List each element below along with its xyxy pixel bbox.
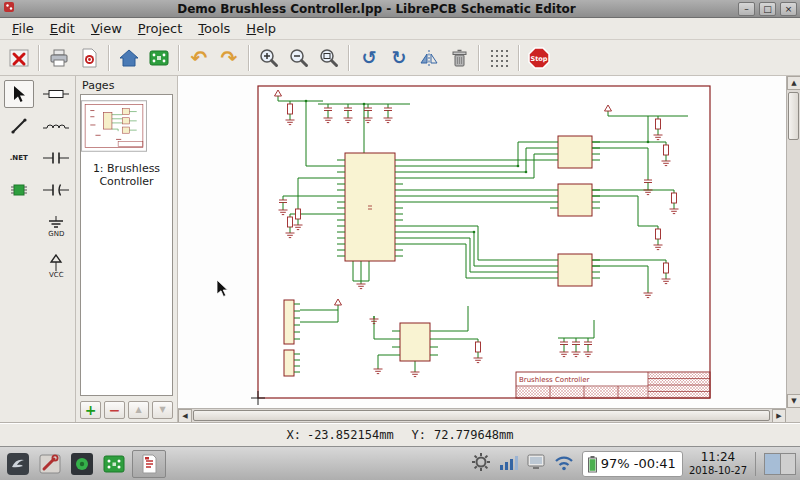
status-bar: X: -23.852154mm Y: 72.779648mm [0, 422, 800, 446]
pages-list[interactable]: 1: Brushless Controller [80, 94, 173, 396]
undo-button[interactable]: ↶ [184, 43, 214, 73]
main-area: .NET GND VCC [0, 76, 800, 422]
schematic-window-button[interactable] [132, 450, 166, 478]
title-bar: Demo Brushless Controller.lpp - LibrePCB… [0, 0, 800, 18]
toolbar-separator [518, 45, 520, 71]
select-tool-button[interactable] [4, 80, 34, 108]
settings-tray-button[interactable] [470, 451, 492, 476]
delete-button[interactable] [444, 43, 474, 73]
menu-file[interactable]: File [4, 19, 42, 38]
zoom-in-button[interactable] [254, 43, 284, 73]
pages-buttons: + − ▲ ▼ [80, 396, 173, 420]
schematic-canvas-area[interactable]: Brushless Controller ▲ ▼ ◀ ▶ [178, 76, 800, 422]
horizontal-scroll-thumb[interactable] [193, 410, 770, 421]
net-label-tool-button[interactable]: .NET [4, 144, 34, 172]
desktop-pager[interactable] [764, 453, 796, 475]
control-panel-button[interactable] [114, 43, 144, 73]
abort-command-button[interactable]: Stop [524, 43, 554, 73]
toolbar-separator [178, 45, 180, 71]
add-inductor-button[interactable] [41, 112, 71, 140]
vertical-scrollbar[interactable]: ▲ ▼ [786, 76, 800, 408]
add-capacitor-unipolar-button[interactable] [41, 176, 71, 204]
tools-app-button[interactable] [36, 450, 64, 478]
page-item-label[interactable]: 1: Brushless Controller [81, 162, 172, 188]
print-icon [48, 47, 70, 69]
capacitor-bipolar-icon [42, 151, 70, 165]
tools-app-icon [38, 452, 62, 476]
print-button[interactable] [44, 43, 74, 73]
wifi-tray-button[interactable] [552, 453, 576, 474]
scrollbar-corner [786, 408, 800, 422]
move-page-down-button[interactable]: ▼ [152, 401, 173, 419]
remove-page-button[interactable]: − [104, 401, 125, 419]
mirror-button[interactable] [414, 43, 444, 73]
move-page-up-button[interactable]: ▲ [128, 401, 149, 419]
close-project-button[interactable] [4, 43, 34, 73]
pages-panel: Pages 1: Brushless Controller + − [76, 76, 178, 422]
clock-date: 2018-10-27 [689, 465, 747, 476]
scroll-up-arrow[interactable]: ▲ [787, 76, 800, 90]
scroll-right-arrow[interactable]: ▶ [772, 409, 786, 422]
desktop-1[interactable] [765, 454, 781, 474]
page-item[interactable]: 1: Brushless Controller [81, 100, 172, 188]
menu-help[interactable]: Help [238, 19, 284, 38]
toolbar-separator [478, 45, 480, 71]
clock-widget[interactable]: 11:24 2018-10-27 [689, 451, 747, 475]
taskbar: 97% -00:41 11:24 2018-10-27 [0, 446, 800, 480]
mirror-icon [418, 47, 440, 69]
zoom-out-button[interactable] [284, 43, 314, 73]
start-menu-icon [6, 452, 30, 476]
librepcb-board-button[interactable] [100, 450, 128, 478]
librepcb-board-icon [102, 452, 126, 476]
add-gnd-button[interactable]: GND [41, 208, 71, 244]
cellular-signal-button[interactable] [498, 452, 520, 475]
toolbar-separator [248, 45, 250, 71]
draw-wire-tool-button[interactable] [4, 112, 34, 140]
select-cursor-icon [11, 85, 27, 103]
page-thumbnail [81, 100, 147, 152]
schematic-drawing[interactable]: Brushless Controller [178, 76, 786, 408]
menu-edit[interactable]: Edit [42, 19, 83, 38]
close-button[interactable]: × [780, 2, 797, 16]
add-resistor-button[interactable] [41, 80, 71, 108]
rotate-cw-icon: ↻ [391, 49, 406, 67]
scroll-left-arrow[interactable]: ◀ [178, 409, 192, 422]
title-block-text: Brushless Controller [519, 376, 590, 384]
menu-view[interactable]: View [83, 19, 130, 38]
add-component-tool-button[interactable] [4, 176, 34, 204]
redo-button[interactable]: ↷ [214, 43, 244, 73]
rotate-ccw-button[interactable]: ↺ [354, 43, 384, 73]
undo-icon: ↶ [191, 48, 208, 68]
zoom-all-icon [318, 47, 340, 69]
add-capacitor-bipolar-button[interactable] [41, 144, 71, 172]
mouse-cursor [216, 279, 230, 299]
export-pdf-button[interactable] [74, 43, 104, 73]
vertical-scroll-thumb[interactable] [788, 92, 799, 140]
component-icon [9, 180, 29, 200]
horizontal-scrollbar[interactable]: ◀ ▶ [178, 408, 786, 422]
rotate-cw-button[interactable]: ↻ [384, 43, 414, 73]
add-page-button[interactable]: + [80, 401, 101, 419]
display-tray-button[interactable] [526, 453, 546, 474]
net-label-icon: .NET [10, 154, 28, 162]
add-vcc-button[interactable]: VCC [41, 248, 71, 284]
zoom-all-button[interactable] [314, 43, 344, 73]
board-editor-button[interactable] [144, 43, 174, 73]
grid-settings-button[interactable] [484, 43, 514, 73]
maximize-button[interactable]: □ [759, 2, 776, 16]
scroll-down-arrow[interactable]: ▼ [787, 394, 800, 408]
cursor-y-label: Y: [412, 428, 426, 442]
tools-column: .NET [0, 76, 38, 422]
system-tray: 97% -00:41 11:24 2018-10-27 [470, 451, 796, 477]
desktop-2[interactable] [781, 454, 796, 474]
librepcb-controlpanel-button[interactable] [68, 450, 96, 478]
menu-project[interactable]: Project [130, 19, 191, 38]
start-menu-button[interactable] [4, 450, 32, 478]
display-icon [526, 453, 546, 471]
resistor-icon [42, 87, 70, 101]
minimize-button[interactable]: – [738, 2, 755, 16]
pdf-icon [78, 47, 100, 69]
battery-widget[interactable]: 97% -00:41 [582, 451, 683, 477]
menu-tools[interactable]: Tools [190, 19, 238, 38]
vcc-label: VCC [49, 272, 64, 279]
